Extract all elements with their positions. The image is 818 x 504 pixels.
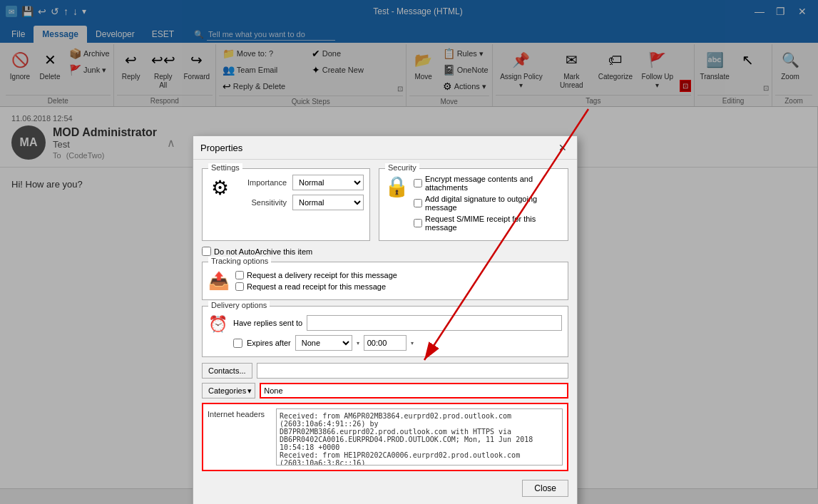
properties-dialog: Properties ✕ Settings ⚙ Importance Norma	[193, 135, 578, 504]
encrypt-label: Encrypt message contents and attachments	[425, 175, 562, 192]
delivery-receipt-row: Request a delivery receipt for this mess…	[235, 271, 397, 279]
read-receipt-row: Request a read receipt for this message	[235, 282, 397, 291]
modal-overlay: Properties ✕ Settings ⚙ Importance Norma	[0, 0, 818, 504]
delivery-section: Delivery options ⏰ Have replies sent to …	[202, 306, 568, 357]
contacts-row: Contacts...	[202, 363, 568, 379]
settings-section: Settings ⚙ Importance Normal Sensit	[202, 168, 370, 241]
tracking-section: Tracking options 📤 Request a delivery re…	[202, 262, 568, 300]
modal-close-button[interactable]: ✕	[556, 140, 570, 155]
time-dropdown-arrow: ▾	[411, 340, 414, 346]
delivery-receipt-label: Request a delivery receipt for this mess…	[247, 271, 397, 279]
settings-security-sections: Settings ⚙ Importance Normal Sensit	[202, 168, 568, 241]
expires-label: Expires after	[247, 339, 291, 347]
delivery-receipt-checkbox[interactable]	[235, 271, 244, 279]
internet-headers-label: Internet headers	[208, 408, 272, 466]
expires-time-input[interactable]	[364, 335, 407, 351]
internet-headers-textarea[interactable]: Received: from AM6PR02MB3864.eurprd02.pr…	[276, 408, 563, 466]
read-receipt-label: Request a read receipt for this message	[247, 282, 386, 291]
security-fields: Encrypt message contents and attachments…	[414, 175, 562, 235]
security-section-title: Security	[385, 163, 419, 172]
settings-fields: Importance Normal Sensitivity Normal	[237, 175, 364, 210]
settings-section-icon: ⚙	[208, 176, 231, 199]
tracking-fields: Request a delivery receipt for this mess…	[235, 271, 397, 294]
importance-select[interactable]: Normal	[292, 175, 364, 190]
replies-sent-to-input[interactable]	[307, 315, 562, 331]
digital-sig-row: Add digital signature to outgoing messag…	[414, 195, 562, 212]
categories-label: Categories	[208, 386, 246, 395]
modal-title: Properties	[200, 143, 242, 153]
expires-after-row: Expires after None ▾ ▾	[233, 335, 562, 351]
modal-titlebar: Properties ✕	[193, 136, 577, 160]
digital-sig-checkbox[interactable]	[414, 199, 422, 207]
modal-footer: Close	[202, 477, 568, 497]
contacts-button[interactable]: Contacts...	[202, 363, 252, 379]
modal-body: Settings ⚙ Importance Normal Sensit	[193, 160, 577, 504]
internet-headers-section: Internet headers Received: from AM6PR02M…	[202, 403, 568, 471]
sensitivity-select[interactable]: Normal	[292, 195, 364, 210]
delivery-fields: Have replies sent to Expires after None …	[233, 315, 562, 351]
delivery-icon: ⏰	[208, 315, 227, 334]
importance-row: Importance Normal	[237, 175, 364, 190]
categories-dropdown-icon: ▾	[247, 386, 252, 396]
replies-sent-to-label: Have replies sent to	[233, 319, 302, 327]
encrypt-row: Encrypt message contents and attachments	[414, 175, 562, 192]
encrypt-checkbox[interactable]	[414, 179, 422, 187]
sensitivity-row: Sensitivity Normal	[237, 195, 364, 210]
internet-headers-row: Internet headers Received: from AM6PR02M…	[208, 408, 563, 466]
categories-row: Categories ▾	[202, 383, 568, 398]
categories-input[interactable]	[260, 383, 568, 398]
close-dialog-button[interactable]: Close	[522, 480, 568, 497]
smime-checkbox[interactable]	[414, 219, 422, 227]
read-receipt-checkbox[interactable]	[235, 282, 244, 291]
digital-sig-label: Add digital signature to outgoing messag…	[425, 195, 562, 212]
smime-label: Request S/MIME receipt for this message	[425, 215, 562, 232]
expires-select[interactable]: None	[295, 335, 352, 351]
archive-checkbox[interactable]	[202, 247, 211, 256]
sensitivity-label: Sensitivity	[237, 198, 287, 207]
security-section-icon: 🔒	[385, 175, 408, 197]
contacts-input[interactable]	[257, 363, 568, 379]
importance-label: Importance	[237, 178, 287, 187]
tracking-icon: 📤	[208, 271, 230, 291]
replies-sent-to-row: Have replies sent to	[233, 315, 562, 331]
settings-section-title: Settings	[208, 163, 242, 172]
delivery-section-title: Delivery options	[208, 301, 270, 309]
expires-dropdown-arrow: ▾	[357, 340, 359, 346]
smime-row: Request S/MIME receipt for this message	[414, 215, 562, 232]
archive-row: Do not AutoArchive this item	[202, 247, 568, 256]
archive-label: Do not AutoArchive this item	[214, 247, 312, 256]
categories-button[interactable]: Categories ▾	[202, 383, 255, 398]
security-section: Security 🔒 Encrypt message contents and …	[379, 168, 568, 241]
expires-checkbox[interactable]	[233, 339, 242, 348]
tracking-section-title: Tracking options	[208, 257, 271, 265]
